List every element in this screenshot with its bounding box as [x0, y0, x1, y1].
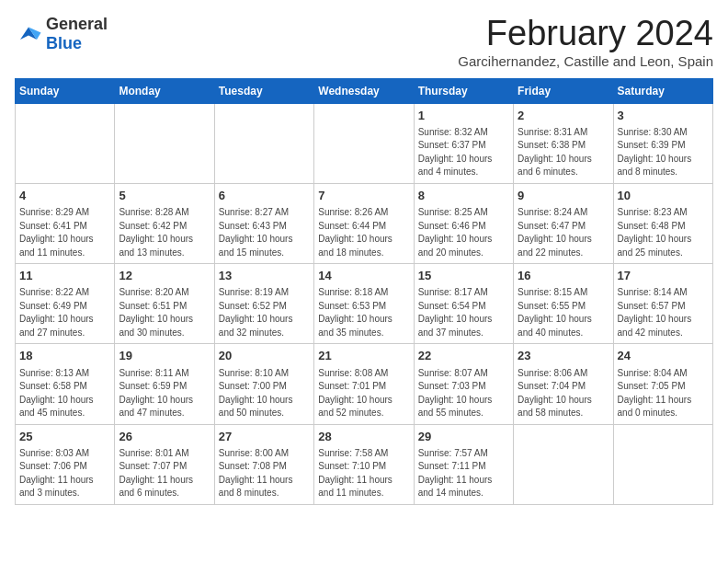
day-info: Sunrise: 8:01 AM Sunset: 7:07 PM Dayligh…: [119, 447, 210, 500]
calendar-week-row: 18Sunrise: 8:13 AM Sunset: 6:58 PM Dayli…: [16, 344, 713, 424]
calendar-week-row: 25Sunrise: 8:03 AM Sunset: 7:06 PM Dayli…: [16, 424, 713, 504]
table-row: 2Sunrise: 8:31 AM Sunset: 6:38 PM Daylig…: [514, 103, 613, 183]
table-row: 20Sunrise: 8:10 AM Sunset: 7:00 PM Dayli…: [214, 344, 313, 424]
logo-blue: Blue: [46, 34, 82, 52]
table-row: 28Sunrise: 7:58 AM Sunset: 7:10 PM Dayli…: [314, 424, 414, 504]
table-row: 7Sunrise: 8:26 AM Sunset: 6:44 PM Daylig…: [314, 183, 414, 263]
table-row: [514, 424, 613, 504]
calendar-body: 1Sunrise: 8:32 AM Sunset: 6:37 PM Daylig…: [16, 103, 713, 504]
table-row: [314, 103, 414, 183]
table-row: [613, 424, 712, 504]
table-row: 8Sunrise: 8:25 AM Sunset: 6:46 PM Daylig…: [414, 183, 513, 263]
day-info: Sunrise: 8:23 AM Sunset: 6:48 PM Dayligh…: [618, 206, 709, 259]
table-row: 4Sunrise: 8:29 AM Sunset: 6:41 PM Daylig…: [16, 183, 115, 263]
day-info: Sunrise: 8:31 AM Sunset: 6:38 PM Dayligh…: [518, 126, 609, 179]
logo-text: General Blue: [46, 15, 108, 53]
day-info: Sunrise: 8:10 AM Sunset: 7:00 PM Dayligh…: [219, 367, 310, 420]
day-info: Sunrise: 8:19 AM Sunset: 6:52 PM Dayligh…: [219, 286, 310, 339]
day-number: 20: [219, 348, 310, 364]
table-row: 14Sunrise: 8:18 AM Sunset: 6:53 PM Dayli…: [314, 264, 414, 344]
col-sunday: Sunday: [16, 78, 115, 103]
day-number: 28: [318, 429, 409, 445]
day-number: 17: [618, 268, 709, 284]
day-number: 2: [518, 108, 609, 124]
day-info: Sunrise: 8:13 AM Sunset: 6:58 PM Dayligh…: [19, 367, 110, 420]
day-number: 27: [219, 429, 310, 445]
day-info: Sunrise: 8:26 AM Sunset: 6:44 PM Dayligh…: [318, 206, 409, 259]
day-info: Sunrise: 8:15 AM Sunset: 6:55 PM Dayligh…: [518, 286, 609, 339]
day-info: Sunrise: 8:30 AM Sunset: 6:39 PM Dayligh…: [618, 126, 709, 179]
title-section: February 2024 Garcihernandez, Castille a…: [458, 15, 713, 69]
day-number: 14: [318, 268, 409, 284]
day-info: Sunrise: 7:58 AM Sunset: 7:10 PM Dayligh…: [318, 447, 409, 500]
col-wednesday: Wednesday: [314, 78, 414, 103]
month-title: February 2024: [458, 15, 713, 53]
table-row: [214, 103, 313, 183]
col-tuesday: Tuesday: [214, 78, 313, 103]
day-info: Sunrise: 8:14 AM Sunset: 6:57 PM Dayligh…: [618, 286, 709, 339]
day-info: Sunrise: 8:00 AM Sunset: 7:08 PM Dayligh…: [219, 447, 310, 500]
logo-general: General: [46, 15, 108, 33]
col-monday: Monday: [115, 78, 214, 103]
table-row: 10Sunrise: 8:23 AM Sunset: 6:48 PM Dayli…: [613, 183, 712, 263]
day-info: Sunrise: 8:27 AM Sunset: 6:43 PM Dayligh…: [219, 206, 310, 259]
day-info: Sunrise: 8:29 AM Sunset: 6:41 PM Dayligh…: [19, 206, 110, 259]
col-thursday: Thursday: [414, 78, 513, 103]
logo: General Blue: [15, 15, 108, 53]
logo-bird-icon: [15, 20, 42, 48]
day-number: 23: [518, 348, 609, 364]
table-row: 3Sunrise: 8:30 AM Sunset: 6:39 PM Daylig…: [613, 103, 712, 183]
table-row: 12Sunrise: 8:20 AM Sunset: 6:51 PM Dayli…: [115, 264, 214, 344]
day-number: 18: [19, 348, 110, 364]
day-number: 5: [119, 188, 210, 204]
day-number: 21: [318, 348, 409, 364]
calendar-header: Sunday Monday Tuesday Wednesday Thursday…: [16, 78, 713, 103]
day-number: 15: [418, 268, 509, 284]
calendar-table: Sunday Monday Tuesday Wednesday Thursday…: [15, 78, 713, 505]
table-row: 18Sunrise: 8:13 AM Sunset: 6:58 PM Dayli…: [16, 344, 115, 424]
calendar-week-row: 11Sunrise: 8:22 AM Sunset: 6:49 PM Dayli…: [16, 264, 713, 344]
table-row: 17Sunrise: 8:14 AM Sunset: 6:57 PM Dayli…: [613, 264, 712, 344]
calendar-week-row: 4Sunrise: 8:29 AM Sunset: 6:41 PM Daylig…: [16, 183, 713, 263]
day-info: Sunrise: 8:07 AM Sunset: 7:03 PM Dayligh…: [418, 367, 509, 420]
table-row: 23Sunrise: 8:06 AM Sunset: 7:04 PM Dayli…: [514, 344, 613, 424]
day-number: 22: [418, 348, 509, 364]
table-row: 15Sunrise: 8:17 AM Sunset: 6:54 PM Dayli…: [414, 264, 513, 344]
table-row: 22Sunrise: 8:07 AM Sunset: 7:03 PM Dayli…: [414, 344, 513, 424]
table-row: 29Sunrise: 7:57 AM Sunset: 7:11 PM Dayli…: [414, 424, 513, 504]
day-info: Sunrise: 8:22 AM Sunset: 6:49 PM Dayligh…: [19, 286, 110, 339]
day-number: 26: [119, 429, 210, 445]
day-number: 7: [318, 188, 409, 204]
table-row: 11Sunrise: 8:22 AM Sunset: 6:49 PM Dayli…: [16, 264, 115, 344]
header: General Blue February 2024 Garcihernande…: [15, 15, 713, 69]
table-row: 16Sunrise: 8:15 AM Sunset: 6:55 PM Dayli…: [514, 264, 613, 344]
day-info: Sunrise: 8:06 AM Sunset: 7:04 PM Dayligh…: [518, 367, 609, 420]
day-info: Sunrise: 7:57 AM Sunset: 7:11 PM Dayligh…: [418, 447, 509, 500]
day-number: 24: [618, 348, 709, 364]
day-number: 11: [19, 268, 110, 284]
table-row: 26Sunrise: 8:01 AM Sunset: 7:07 PM Dayli…: [115, 424, 214, 504]
table-row: 1Sunrise: 8:32 AM Sunset: 6:37 PM Daylig…: [414, 103, 513, 183]
day-info: Sunrise: 8:11 AM Sunset: 6:59 PM Dayligh…: [119, 367, 210, 420]
day-info: Sunrise: 8:25 AM Sunset: 6:46 PM Dayligh…: [418, 206, 509, 259]
day-number: 13: [219, 268, 310, 284]
location-title: Garcihernandez, Castille and Leon, Spain: [458, 53, 713, 69]
table-row: 21Sunrise: 8:08 AM Sunset: 7:01 PM Dayli…: [314, 344, 414, 424]
day-number: 1: [418, 108, 509, 124]
table-row: 6Sunrise: 8:27 AM Sunset: 6:43 PM Daylig…: [214, 183, 313, 263]
day-number: 4: [19, 188, 110, 204]
day-info: Sunrise: 8:17 AM Sunset: 6:54 PM Dayligh…: [418, 286, 509, 339]
header-row: Sunday Monday Tuesday Wednesday Thursday…: [16, 78, 713, 103]
table-row: 9Sunrise: 8:24 AM Sunset: 6:47 PM Daylig…: [514, 183, 613, 263]
table-row: [16, 103, 115, 183]
day-info: Sunrise: 8:20 AM Sunset: 6:51 PM Dayligh…: [119, 286, 210, 339]
table-row: [115, 103, 214, 183]
calendar-week-row: 1Sunrise: 8:32 AM Sunset: 6:37 PM Daylig…: [16, 103, 713, 183]
day-number: 3: [618, 108, 709, 124]
table-row: 27Sunrise: 8:00 AM Sunset: 7:08 PM Dayli…: [214, 424, 313, 504]
day-info: Sunrise: 8:04 AM Sunset: 7:05 PM Dayligh…: [618, 367, 709, 420]
table-row: 13Sunrise: 8:19 AM Sunset: 6:52 PM Dayli…: [214, 264, 313, 344]
day-number: 25: [19, 429, 110, 445]
table-row: 25Sunrise: 8:03 AM Sunset: 7:06 PM Dayli…: [16, 424, 115, 504]
day-number: 6: [219, 188, 310, 204]
